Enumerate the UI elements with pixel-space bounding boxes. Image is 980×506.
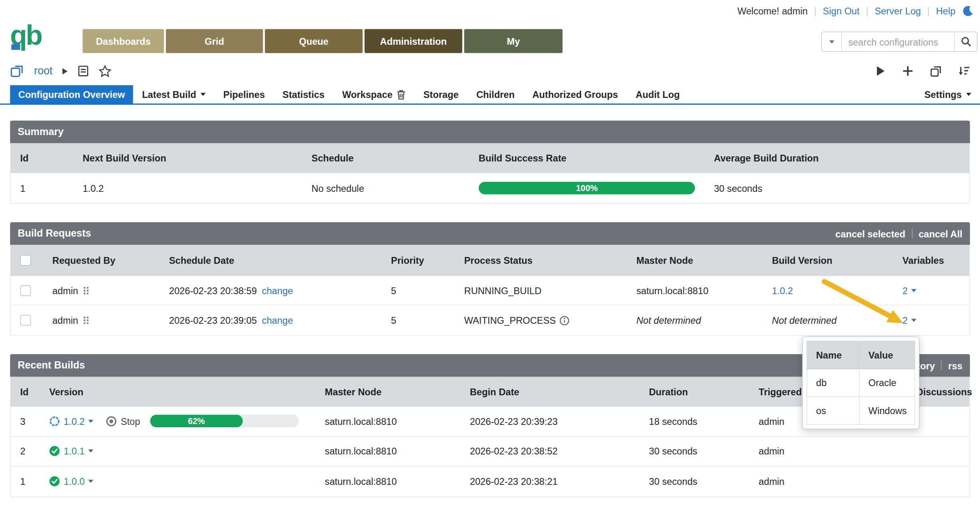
- success-check-icon: [49, 476, 60, 487]
- drag-handle-icon[interactable]: [83, 286, 89, 295]
- tab-pipelines[interactable]: Pipelines: [214, 85, 274, 104]
- avg-build-duration: 30 seconds: [714, 183, 970, 193]
- variables-popup: Name Value db Oracle os Windows: [802, 337, 920, 429]
- popup-row: os Windows: [807, 397, 915, 424]
- chevron-down-icon[interactable]: [89, 480, 94, 483]
- divider: |: [866, 6, 868, 16]
- chevron-down-icon: [200, 93, 206, 96]
- build-id: 2: [11, 446, 49, 456]
- favorite-star-icon[interactable]: [99, 65, 112, 78]
- drag-handle-icon[interactable]: [83, 316, 89, 325]
- tab-workspace[interactable]: Workspace: [333, 85, 415, 104]
- cancel-selected-link[interactable]: cancel selected: [835, 228, 905, 239]
- recent-build-row: 2 1.0.1 saturn.local:8810 2026-02-23 20:…: [11, 436, 969, 466]
- chevron-down-icon[interactable]: [89, 450, 94, 453]
- chevron-right-icon: [62, 67, 68, 75]
- chevron-down-icon: [966, 93, 971, 96]
- search-button[interactable]: [954, 32, 977, 51]
- topbar: Welcome! admin | Sign Out | Server Log |…: [737, 5, 974, 17]
- welcome-text: Welcome! admin: [737, 6, 807, 16]
- variables-dropdown[interactable]: 2: [903, 315, 969, 326]
- server-log-link[interactable]: Server Log: [875, 6, 921, 16]
- copy-configuration-icon[interactable]: [930, 65, 941, 76]
- nav-administration[interactable]: Administration: [365, 29, 462, 53]
- build-version: Not determined: [772, 315, 903, 326]
- nav-queue[interactable]: Queue: [265, 29, 363, 53]
- variable-value: Oracle: [859, 369, 915, 396]
- schedule: No schedule: [311, 183, 478, 193]
- master-node: saturn.local:8810: [325, 446, 470, 456]
- build-requests-section: Build Requests cancel selected cancel Al…: [10, 222, 970, 336]
- build-version-link[interactable]: 1.0.1: [63, 446, 85, 456]
- section-title: Summary: [18, 126, 63, 137]
- process-status: RUNNING_BUILD: [464, 285, 636, 296]
- select-all-checkbox[interactable]: [20, 255, 31, 265]
- duration: 30 seconds: [649, 446, 759, 456]
- tab-storage[interactable]: Storage: [415, 85, 467, 104]
- progress-label: 62%: [188, 416, 205, 426]
- stop-icon: [106, 416, 117, 426]
- section-title: Recent Builds: [18, 360, 85, 371]
- tab-latest-build[interactable]: Latest Build: [133, 85, 214, 104]
- nav-my[interactable]: My: [464, 29, 562, 53]
- build-version-link[interactable]: 1.0.0: [63, 476, 85, 487]
- notes-icon[interactable]: [78, 65, 89, 77]
- chevron-down-icon[interactable]: [89, 420, 94, 423]
- cancel-all-link[interactable]: cancel All: [919, 228, 962, 239]
- run-build-icon[interactable]: [876, 66, 886, 76]
- tab-authorized-groups[interactable]: Authorized Groups: [524, 85, 627, 104]
- success-rate-bar: 100%: [479, 182, 695, 195]
- change-link[interactable]: change: [262, 315, 293, 326]
- row-checkbox[interactable]: [20, 285, 31, 296]
- popup-header-row: Name Value: [807, 341, 915, 369]
- tab-children[interactable]: Children: [468, 85, 524, 104]
- help-link[interactable]: Help: [936, 6, 956, 16]
- build-version-link[interactable]: 1.0.2: [772, 285, 793, 296]
- row-checkbox[interactable]: [20, 315, 31, 326]
- begin-date: 2026-02-23 20:38:52: [470, 446, 649, 456]
- triggered-by: admin: [759, 446, 917, 456]
- build-request-row: admin 2026-02-23 20:38:59 change 5 RUNNI…: [11, 276, 969, 305]
- begin-date: 2026-02-23 20:39:23: [470, 416, 649, 426]
- build-id: 3: [11, 416, 49, 426]
- info-icon[interactable]: [559, 315, 569, 325]
- add-configuration-icon[interactable]: [903, 66, 913, 76]
- tab-settings[interactable]: Settings: [916, 85, 980, 104]
- tab-statistics[interactable]: Statistics: [274, 85, 333, 104]
- section-title: Build Requests: [18, 228, 91, 239]
- page: Welcome! admin | Sign Out | Server Log |…: [0, 0, 980, 506]
- configurations-icon[interactable]: [10, 64, 24, 78]
- success-rate-label: 100%: [576, 183, 598, 193]
- stop-build-button[interactable]: Stop: [106, 416, 140, 426]
- search-icon: [960, 36, 971, 47]
- search-group: [821, 32, 978, 52]
- nav-dashboards[interactable]: Dashboards: [83, 29, 164, 53]
- nav-grid[interactable]: Grid: [166, 29, 263, 53]
- summary-id: 1: [11, 183, 83, 193]
- tab-audit-log[interactable]: Audit Log: [627, 85, 689, 104]
- summary-title-bar: Summary: [10, 121, 970, 143]
- change-link[interactable]: change: [262, 285, 293, 296]
- tab-configuration-overview[interactable]: Configuration Overview: [10, 85, 133, 104]
- sign-out-link[interactable]: Sign Out: [823, 6, 859, 16]
- variables-dropdown[interactable]: 2: [903, 285, 969, 296]
- master-node: Not determined: [636, 315, 772, 326]
- duration: 18 seconds: [649, 416, 759, 426]
- config-tabbar: Configuration Overview Latest Build Pipe…: [0, 85, 980, 105]
- trash-icon[interactable]: [397, 89, 406, 99]
- dark-mode-moon-icon[interactable]: [962, 5, 974, 17]
- quickbuild-logo[interactable]: qb: [10, 20, 54, 54]
- master-node: saturn.local:8810: [325, 476, 470, 487]
- sort-order-icon[interactable]: [958, 66, 970, 76]
- requested-by: admin: [52, 285, 78, 296]
- build-version-link[interactable]: 1.0.2: [63, 416, 85, 426]
- build-requests-title-bar: Build Requests cancel selected cancel Al…: [10, 222, 970, 245]
- breadcrumb-root-link[interactable]: root: [34, 65, 52, 78]
- breadcrumb: root: [0, 57, 980, 85]
- search-scope-dropdown[interactable]: [822, 32, 842, 51]
- rss-link[interactable]: rss: [948, 360, 962, 371]
- search-input[interactable]: [842, 32, 954, 51]
- requested-by: admin: [52, 315, 78, 326]
- header: Welcome! admin | Sign Out | Server Log |…: [0, 0, 980, 57]
- chevron-down-icon: [911, 289, 917, 292]
